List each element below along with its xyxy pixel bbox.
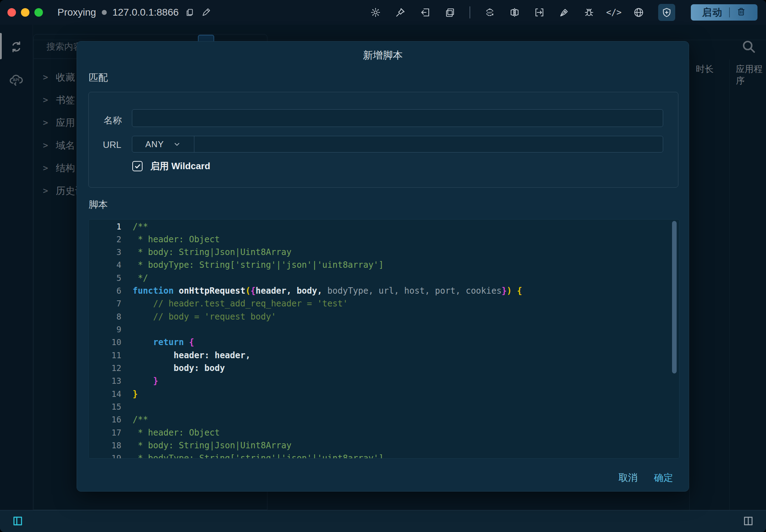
pin-icon[interactable] [395, 7, 406, 18]
code-line[interactable]: 9 [89, 323, 679, 336]
code-line[interactable]: 12 body: body [89, 362, 679, 375]
code-line[interactable]: 14} [89, 387, 679, 400]
line-number: 8 [89, 312, 121, 321]
line-number: 10 [89, 338, 121, 347]
code-text: * header: Object [133, 428, 220, 438]
code-line[interactable]: 8 // body = 'request body' [89, 310, 679, 323]
code-text: return { [133, 337, 194, 347]
code-line[interactable]: 6function onHttpRequest({header, body, b… [89, 284, 679, 298]
code-text: * bodyType: String['string'|'json'|'uint… [133, 453, 384, 459]
code-line[interactable]: 16/** [89, 413, 679, 426]
globe-icon[interactable] [633, 7, 644, 18]
line-number: 12 [89, 364, 121, 373]
nat-icon[interactable]: NAT [484, 7, 495, 18]
code-line[interactable]: 18 * body: String|Json|Uint8Array [89, 439, 679, 452]
status-dot [102, 10, 107, 15]
start-button[interactable]: 启动 [702, 6, 723, 19]
code-line[interactable]: 7 // header.test_add_req_header = 'test' [89, 297, 679, 310]
bug-icon[interactable] [584, 7, 594, 18]
code-text: } [133, 376, 158, 386]
app-window: Proxying 127.0.0.1:8866 [0, 0, 766, 532]
line-number: 9 [89, 325, 121, 334]
proxy-address: 127.0.0.1:8866 [112, 7, 179, 18]
code-line[interactable]: 4 * bodyType: String['string'|'json'|'ui… [89, 259, 679, 272]
line-number: 17 [89, 428, 121, 437]
pen-icon[interactable] [559, 7, 570, 18]
copy-address-icon[interactable] [184, 7, 195, 18]
close-window-button[interactable] [7, 8, 16, 17]
dialog-footer: 取消 确定 [618, 471, 673, 484]
name-input[interactable] [132, 109, 663, 127]
code-text: // body = 'request body' [133, 312, 276, 322]
code-text: function onHttpRequest({header, body, bo… [133, 286, 522, 296]
code-line[interactable]: 19 * bodyType: String['string'|'json'|'u… [89, 452, 679, 459]
line-number: 6 [89, 286, 121, 295]
code-line[interactable]: 5 */ [89, 271, 679, 284]
wildcard-label: 启用 Wildcard [150, 160, 210, 172]
toolbar-separator [470, 6, 470, 18]
chevron-down-icon [173, 140, 181, 148]
line-number: 1 [89, 222, 121, 231]
cancel-button[interactable]: 取消 [618, 471, 638, 484]
mirror-icon[interactable] [509, 7, 520, 18]
start-button-separator [729, 7, 730, 17]
minimize-window-button[interactable] [21, 8, 29, 17]
import-icon[interactable] [420, 7, 431, 18]
line-number: 4 [89, 260, 121, 270]
code-text: * body: String|Json|Uint8Array [133, 440, 292, 450]
confirm-button[interactable]: 确定 [654, 471, 673, 484]
script-section-label: 脚本 [89, 198, 108, 211]
toggle-left-panel-icon[interactable] [12, 515, 23, 528]
wildcard-checkbox-row: 启用 Wildcard [132, 160, 210, 172]
status-bar [0, 510, 766, 532]
line-number: 7 [89, 299, 121, 308]
url-input[interactable] [194, 136, 663, 152]
code-text: // header.test_add_req_header = 'test' [133, 299, 348, 309]
code-text: * body: String|Json|Uint8Array [133, 247, 292, 257]
match-fieldset: 名称 URL ANY 启用 Wildcard [88, 92, 678, 188]
code-line[interactable]: 1/** [89, 220, 679, 233]
window-controls [7, 8, 43, 17]
code-text: * header: Object [133, 234, 220, 244]
toggle-right-panel-icon[interactable] [743, 515, 754, 528]
clear-trash-button[interactable] [736, 7, 746, 18]
line-number: 3 [89, 248, 121, 257]
windows-icon[interactable] [445, 7, 455, 18]
code-line[interactable]: 15 [89, 400, 679, 414]
line-number: 16 [89, 415, 121, 424]
dialog-title: 新增脚本 [77, 49, 689, 62]
proxy-status-label: Proxying [57, 7, 96, 18]
code-line[interactable]: 3 * body: String|Json|Uint8Array [89, 246, 679, 259]
script-code-icon[interactable]: </> [609, 7, 619, 18]
line-number: 15 [89, 402, 121, 411]
wildcard-checkbox[interactable] [132, 161, 143, 171]
check-icon [134, 163, 141, 170]
start-button-group: 启动 [691, 4, 757, 21]
code-line[interactable]: 11 header: header, [89, 349, 679, 362]
line-number: 14 [89, 389, 121, 399]
svg-text:NAT: NAT [487, 11, 493, 14]
code-text: * bodyType: String['string'|'json'|'uint… [133, 260, 384, 270]
code-line[interactable]: 17 * header: Object [89, 426, 679, 439]
url-matcher-dropdown[interactable]: ANY [132, 136, 194, 152]
code-text: */ [133, 273, 148, 283]
shield-plus-button[interactable] [658, 4, 675, 21]
line-number: 2 [89, 235, 121, 244]
code-line[interactable]: 13 } [89, 375, 679, 388]
line-number: 5 [89, 273, 121, 283]
code-text: } [133, 389, 138, 399]
name-label: 名称 [104, 114, 122, 127]
zoom-window-button[interactable] [34, 8, 43, 17]
url-label: URL [103, 139, 121, 150]
line-number: 13 [89, 376, 121, 386]
edit-address-icon[interactable] [201, 7, 211, 18]
new-script-dialog: 新增脚本 匹配 名称 URL ANY 启用 Wildcard 脚本 [77, 41, 689, 492]
match-section-label: 匹配 [89, 71, 108, 84]
save-icon[interactable] [534, 7, 545, 18]
code-line[interactable]: 10 return { [89, 336, 679, 349]
settings-gear-icon[interactable] [370, 7, 381, 18]
line-number: 18 [89, 441, 121, 450]
code-editor[interactable]: 1/**2 * header: Object3 * body: String|J… [88, 219, 679, 459]
code-line[interactable]: 2 * header: Object [89, 233, 679, 246]
title-bar: Proxying 127.0.0.1:8866 [0, 0, 766, 25]
